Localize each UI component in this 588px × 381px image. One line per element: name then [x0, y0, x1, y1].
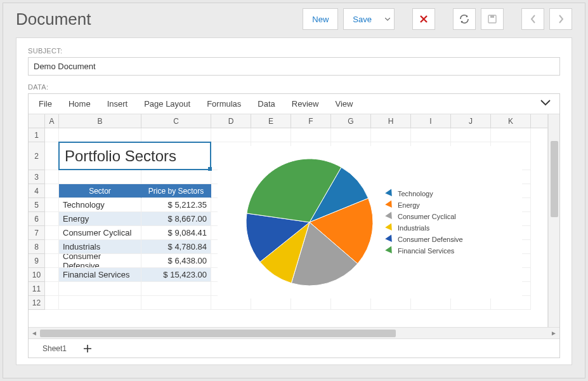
- row-header[interactable]: 2: [29, 142, 45, 170]
- ribbon-tab-insert[interactable]: Insert: [107, 99, 128, 109]
- ribbon-tab-pagelayout[interactable]: Page Layout: [144, 99, 190, 109]
- column-headers: A B C D E F G H I J K: [29, 114, 547, 128]
- row-header[interactable]: 6: [29, 212, 45, 226]
- save-layout-button[interactable]: [481, 8, 504, 30]
- content-panel: SUBJECT: DATA: File Home Insert Page Lay…: [16, 37, 572, 365]
- save-dropdown[interactable]: [381, 8, 395, 30]
- row-header[interactable]: 7: [29, 226, 45, 240]
- legend-swatch: [385, 189, 395, 198]
- col-header[interactable]: I: [411, 114, 451, 128]
- table-header-price: Price by Sectors: [141, 184, 211, 198]
- legend-swatch: [385, 211, 395, 221]
- cell[interactable]: $ 6,438.00: [141, 254, 211, 268]
- pie-chart[interactable]: TechnologyEnergyConsumer CyclicalIndustr…: [218, 146, 522, 298]
- table-header-sector: Sector: [59, 184, 141, 198]
- subject-input[interactable]: [28, 57, 560, 76]
- save-button[interactable]: Save: [343, 8, 381, 30]
- row-header[interactable]: 5: [29, 198, 45, 212]
- legend-label: Consumer Defensive: [398, 236, 463, 243]
- row-header[interactable]: 4: [29, 184, 45, 198]
- sheet-tab[interactable]: Sheet1: [36, 342, 73, 356]
- row-header[interactable]: 9: [29, 254, 45, 268]
- legend-swatch: [385, 234, 395, 244]
- cell[interactable]: Technology: [59, 198, 141, 212]
- cell[interactable]: $ 4,780.84: [141, 240, 211, 254]
- refresh-icon: [459, 14, 469, 24]
- cell[interactable]: Consumer Cyclical: [59, 226, 141, 240]
- prev-button[interactable]: [521, 8, 544, 30]
- legend-item: Financial Services: [386, 247, 463, 255]
- plus-icon: [83, 344, 92, 353]
- next-button[interactable]: [549, 8, 572, 30]
- sheet-tabs: Sheet1: [29, 338, 559, 358]
- scroll-thumb[interactable]: [551, 141, 558, 217]
- legend-swatch: [385, 223, 395, 232]
- row-header[interactable]: 12: [29, 296, 45, 310]
- chevron-left-icon: [530, 15, 536, 23]
- col-header[interactable]: D: [211, 114, 251, 128]
- row-header[interactable]: 1: [29, 128, 45, 142]
- legend-item: Industrials: [386, 224, 463, 232]
- cell[interactable]: Industrials: [59, 240, 141, 254]
- row-header[interactable]: 3: [29, 170, 45, 184]
- legend-label: Financial Services: [398, 247, 454, 255]
- ribbon-tab-view[interactable]: View: [335, 99, 353, 109]
- ribbon-tab-file[interactable]: File: [39, 99, 52, 109]
- row-header[interactable]: 11: [29, 282, 45, 296]
- window-title: Document: [16, 10, 91, 29]
- col-header[interactable]: E: [251, 114, 291, 128]
- cell[interactable]: Consumer Defensive: [59, 254, 141, 268]
- refresh-button[interactable]: [453, 8, 476, 30]
- legend-item: Consumer Cyclical: [386, 213, 463, 220]
- horizontal-scrollbar[interactable]: ◄ ►: [29, 327, 559, 338]
- col-header[interactable]: C: [141, 114, 211, 128]
- col-header[interactable]: A: [45, 114, 59, 128]
- legend-item: Technology: [386, 190, 463, 197]
- col-header[interactable]: F: [291, 114, 331, 128]
- ribbon-tab-data[interactable]: Data: [258, 99, 275, 109]
- col-header[interactable]: G: [331, 114, 371, 128]
- cell[interactable]: Financial Services: [59, 268, 141, 282]
- select-all-corner[interactable]: [29, 114, 45, 128]
- delete-button[interactable]: [412, 8, 435, 30]
- legend-swatch: [385, 246, 395, 255]
- col-header[interactable]: H: [371, 114, 411, 128]
- chevron-right-icon: [558, 15, 564, 23]
- col-header[interactable]: K: [491, 114, 531, 128]
- legend-label: Technology: [398, 190, 433, 197]
- toolbar: New Save: [303, 8, 572, 30]
- app-window: Document New Save: [3, 3, 585, 378]
- chart-legend: TechnologyEnergyConsumer CyclicalIndustr…: [386, 190, 463, 255]
- vertical-scrollbar[interactable]: [548, 114, 559, 327]
- chevron-down-icon: [385, 18, 390, 21]
- scroll-right[interactable]: ►: [548, 328, 559, 338]
- legend-swatch: [385, 200, 395, 210]
- scroll-track[interactable]: [40, 328, 548, 338]
- cell[interactable]: $ 5,212.35: [141, 198, 211, 212]
- col-header[interactable]: J: [451, 114, 491, 128]
- spreadsheet: File Home Insert Page Layout Formulas Da…: [28, 93, 560, 358]
- grid-rows: 1 2 3 4SectorPrice by Sectors 5Technolog…: [29, 128, 547, 310]
- scroll-thumb[interactable]: [40, 330, 396, 337]
- ribbon-collapse[interactable]: [540, 100, 551, 106]
- legend-label: Energy: [398, 201, 420, 209]
- ribbon-tab-review[interactable]: Review: [292, 99, 319, 109]
- new-button[interactable]: New: [303, 8, 338, 30]
- close-icon: [419, 15, 428, 23]
- cell[interactable]: $ 15,423.00: [141, 268, 211, 282]
- cell[interactable]: Energy: [59, 212, 141, 226]
- ribbon: File Home Insert Page Layout Formulas Da…: [29, 94, 559, 114]
- row-header[interactable]: 10: [29, 268, 45, 282]
- scroll-left[interactable]: ◄: [29, 328, 40, 338]
- grid[interactable]: A B C D E F G H I J K 1 2: [29, 114, 548, 327]
- add-sheet-button[interactable]: [83, 344, 92, 353]
- chevron-down-icon: [540, 100, 551, 106]
- legend-label: Consumer Cyclical: [398, 213, 456, 220]
- cell[interactable]: $ 8,667.00: [141, 212, 211, 226]
- cell[interactable]: $ 9,084.41: [141, 226, 211, 240]
- ribbon-tab-formulas[interactable]: Formulas: [207, 99, 241, 109]
- ribbon-tab-home[interactable]: Home: [69, 99, 91, 109]
- legend-item: Energy: [386, 201, 463, 209]
- col-header[interactable]: B: [59, 114, 141, 128]
- row-header[interactable]: 8: [29, 240, 45, 254]
